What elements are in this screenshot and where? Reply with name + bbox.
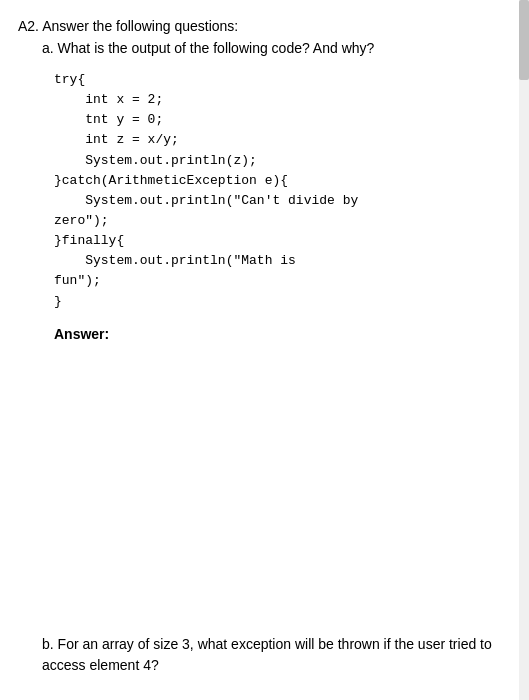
answer-label: Answer: — [54, 326, 505, 342]
sub-b-text: For an array of size 3, what exception w… — [42, 636, 492, 673]
code-block: try{ int x = 2; tnt y = 0; int z = x/y; … — [54, 70, 505, 312]
sub-b-label: b. — [42, 636, 54, 652]
scrollbar[interactable] — [519, 0, 529, 700]
page-container: A2. Answer the following questions: a. W… — [0, 0, 529, 700]
question-id: A2. — [18, 18, 39, 34]
scrollbar-thumb[interactable] — [519, 0, 529, 80]
question-intro: Answer the following questions: — [42, 18, 238, 34]
sub-question-a: a. What is the output of the following c… — [42, 40, 505, 56]
question-header: A2. Answer the following questions: — [18, 18, 505, 34]
sub-question-b: b. For an array of size 3, what exceptio… — [42, 634, 497, 676]
sub-a-label: a. — [42, 40, 54, 56]
sub-a-text: What is the output of the following code… — [58, 40, 375, 56]
